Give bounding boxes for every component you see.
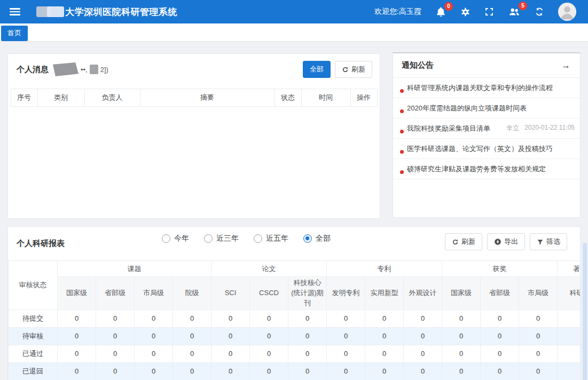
report-cell: 0: [211, 345, 250, 362]
notice-panel-title: 通知公告: [402, 60, 434, 70]
funnel-filter-icon: [537, 239, 544, 246]
report-refresh-button[interactable]: 刷新: [445, 233, 482, 250]
red-dot-icon: [400, 170, 404, 174]
report-cell: 0: [211, 310, 250, 327]
report-cell: 0: [250, 310, 288, 327]
messages-column-header: 操作: [350, 89, 377, 107]
report-column-header: 国家级: [58, 277, 96, 310]
notice-item[interactable]: 硕博研究生津贴及课题劳务费等发放相关规定: [393, 159, 580, 179]
report-column-header: 国家级: [442, 277, 481, 310]
report-group-header: 课题: [58, 261, 211, 277]
report-cell: 0: [96, 345, 135, 362]
tab-home[interactable]: 首页: [1, 26, 28, 41]
users-badge: 5: [519, 2, 527, 10]
radio-label: 近三年: [216, 234, 239, 243]
radio-全部[interactable]: 全部: [303, 234, 331, 243]
report-cell: 0: [173, 327, 211, 345]
report-cell: 0: [442, 310, 481, 327]
report-cell: 0: [288, 327, 327, 345]
report-group-header: 著: [558, 261, 581, 277]
report-cell: 0: [58, 362, 96, 380]
arrow-right-icon[interactable]: →: [561, 60, 570, 71]
users-icon[interactable]: 5: [508, 6, 521, 18]
report-cell: 0: [365, 327, 404, 345]
notice-text: 2020年度需结题的纵向立项课题时间表: [407, 104, 527, 113]
red-dot-icon: [400, 89, 404, 93]
report-column-header: SCI: [211, 277, 250, 310]
radio-今年[interactable]: 今年: [162, 234, 189, 243]
report-column-header: 实用新型: [365, 277, 404, 310]
report-cell: 0: [250, 362, 288, 380]
report-cell: [558, 345, 581, 362]
report-cell: 0: [58, 327, 96, 345]
bell-badge: 0: [444, 2, 453, 11]
report-cell: 0: [288, 310, 327, 327]
report-cell: [558, 327, 581, 345]
scrollbar-thumb[interactable]: [583, 243, 587, 380]
report-row-label: 待提交: [9, 310, 58, 327]
redacted-blob: [53, 62, 79, 76]
report-cell: 0: [442, 327, 481, 345]
report-cell: 0: [135, 362, 173, 380]
report-cell: 0: [135, 345, 173, 362]
messages-column-header: 序号: [11, 89, 37, 107]
notice-item[interactable]: 科研管理系统内课题关联文章和专利的操作流程: [393, 78, 580, 98]
notice-meta: 辛立2020-01-22 11:05: [506, 124, 575, 133]
notice-author: 辛立: [506, 124, 519, 133]
red-dot-icon: [400, 109, 404, 113]
report-cell: 0: [519, 345, 558, 362]
report-column-header: 市局级: [519, 277, 558, 310]
report-cell: 0: [250, 345, 288, 362]
user-avatar[interactable]: [558, 3, 576, 21]
report-cell: 0: [211, 327, 250, 345]
radio-circle-icon: [204, 234, 213, 243]
report-row-已退回: 已退回0000000000000: [9, 362, 581, 380]
report-cell: 0: [135, 327, 173, 345]
notice-item[interactable]: 我院科技奖励采集项目清单辛立2020-01-22 11:05: [393, 118, 580, 139]
report-cell: 0: [404, 327, 442, 345]
radio-circle-icon: [254, 234, 262, 243]
hamburger-menu-icon[interactable]: [10, 8, 20, 15]
report-cell: 0: [58, 310, 96, 327]
messages-column-header: 类别: [37, 89, 84, 107]
report-cell: 0: [365, 310, 404, 327]
top-header-bar: 大学深圳医院科研管理系统 欢迎您:高玉霞 0 5: [0, 0, 588, 23]
report-panel-title: 个人科研报表: [17, 239, 65, 249]
report-column-header: 科技核心(统计源)期刊: [288, 277, 327, 310]
fullscreen-icon[interactable]: [484, 7, 494, 17]
radio-近五年[interactable]: 近五年: [254, 234, 288, 243]
report-cell: 0: [481, 327, 519, 345]
messages-column-header: 摘要: [140, 89, 275, 107]
messages-refresh-button[interactable]: 刷新: [335, 61, 372, 78]
report-export-button[interactable]: 导出: [487, 233, 525, 250]
sync-icon[interactable]: [535, 7, 544, 17]
report-column-header: 科研: [558, 277, 581, 310]
report-filter-button[interactable]: 筛选: [530, 233, 567, 250]
notice-item[interactable]: 2020年度需结题的纵向立项课题时间表: [393, 98, 580, 118]
radio-label: 近五年: [266, 234, 288, 243]
all-filter-button[interactable]: 全部: [303, 61, 331, 78]
report-row-label: 已通过: [9, 345, 58, 362]
report-cell: 0: [58, 345, 96, 362]
gear-icon[interactable]: [460, 7, 471, 17]
radio-近三年[interactable]: 近三年: [204, 234, 239, 243]
report-corner-header: 审核状态: [9, 261, 58, 310]
messages-table-header-row: 序号类别负责人摘要状态时间操作: [11, 89, 377, 107]
report-column-header: 省部级: [96, 277, 135, 310]
notice-item[interactable]: 医学科研选课题、论文写作（英文）及投稿技巧: [393, 139, 580, 159]
report-cell: 0: [327, 345, 365, 362]
report-cell: 0: [404, 345, 442, 362]
report-row-待审核: 待审核0000000000000: [9, 327, 581, 345]
report-cell: 0: [404, 310, 442, 327]
report-cell: 0: [288, 362, 327, 380]
notification-bell-icon[interactable]: 0: [435, 6, 446, 18]
radio-circle-icon: [162, 234, 170, 243]
notice-text: 科研管理系统内课题关联文章和专利的操作流程: [407, 83, 553, 93]
notice-panel: 通知公告 → 科研管理系统内课题关联文章和专利的操作流程2020年度需结题的纵向…: [393, 52, 581, 218]
radio-circle-icon: [303, 234, 312, 243]
tab-strip: 首页: [0, 23, 588, 42]
notice-time: 2020-01-22 11:05: [524, 124, 575, 133]
report-cell: 0: [288, 345, 327, 362]
refresh-icon: [452, 239, 459, 246]
report-cell: 0: [211, 362, 250, 380]
